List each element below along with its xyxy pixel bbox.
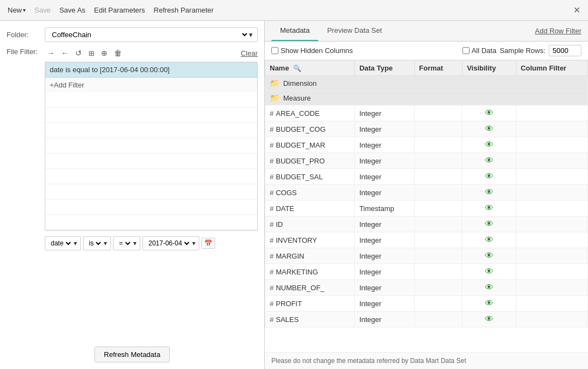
tab-metadata[interactable]: Metadata: [271, 21, 318, 41]
hash-icon: #: [270, 236, 274, 244]
table-row[interactable]: #NUMBER_OF_ Integer 👁: [265, 280, 588, 296]
table-row[interactable]: #MARGIN Integer 👁: [265, 248, 588, 264]
refresh-parameter-button[interactable]: Refresh Parameter: [151, 5, 217, 15]
eye-icon: 👁: [485, 235, 494, 244]
cell-datatype: Integer: [355, 248, 414, 264]
refresh-metadata-button[interactable]: Refresh Metadata: [94, 347, 169, 362]
add-row-filter-button[interactable]: Add Row Filter: [535, 27, 581, 35]
cell-name: #BUDGET_SAL: [265, 169, 355, 185]
cell-visibility: 👁: [462, 201, 516, 216]
field-dropdown[interactable]: date: [49, 239, 73, 248]
all-data-checkbox-label[interactable]: All Data: [462, 46, 497, 55]
left-panel: Folder: CoffeeChain ▾ File Filter: → ← ↺…: [0, 21, 265, 369]
eye-icon: 👁: [485, 108, 494, 118]
folder-select[interactable]: CoffeeChain ▾: [45, 27, 258, 42]
tab-preview[interactable]: Preview Data Set: [318, 21, 390, 41]
group-header-cell: 📁 Dimension: [265, 76, 588, 91]
cell-format: [414, 121, 462, 137]
table-row[interactable]: #COGS Integer 👁: [265, 185, 588, 201]
group-name: Measure: [283, 94, 311, 102]
metadata-table-container[interactable]: Name 🔍 Data Type Format Visibility Colum…: [265, 60, 588, 352]
show-hidden-checkbox[interactable]: [271, 47, 278, 54]
sample-rows-input[interactable]: [549, 45, 581, 56]
cell-datatype: Integer: [355, 216, 414, 232]
close-button[interactable]: ✕: [570, 4, 584, 16]
folder-label: Folder:: [7, 31, 45, 39]
refresh-button[interactable]: ↺: [73, 48, 84, 58]
copy-filter-button[interactable]: ⊕: [99, 48, 110, 58]
cell-datatype: Timestamp: [355, 201, 414, 216]
condition-dropdown[interactable]: =: [117, 239, 132, 248]
clear-button[interactable]: Clear: [241, 49, 258, 57]
empty-row: [45, 138, 257, 154]
show-hidden-checkbox-label[interactable]: Show Hidden Columns: [271, 46, 353, 55]
cell-name: #MARGIN: [265, 248, 355, 264]
group-header-row: 📁 Dimension: [265, 76, 588, 91]
search-icon[interactable]: 🔍: [293, 65, 301, 72]
cell-format: [414, 280, 462, 296]
table-row[interactable]: #BUDGET_PRO Integer 👁: [265, 153, 588, 169]
options-row: Show Hidden Columns All Data Sample Rows…: [265, 42, 588, 60]
table-row[interactable]: #BUDGET_MAR Integer 👁: [265, 137, 588, 153]
save-button[interactable]: Save: [31, 5, 54, 15]
value-dropdown[interactable]: 2017-06-04: [146, 239, 191, 248]
col-name: Name 🔍: [265, 61, 355, 76]
add-filter-icon-button[interactable]: ⊞: [86, 48, 97, 58]
empty-row: [45, 215, 257, 230]
field-chevron-icon: ▾: [74, 239, 77, 247]
cell-visibility: 👁: [462, 312, 516, 327]
empty-row: [45, 92, 257, 108]
footer-note: Please do not change the metadata referr…: [265, 352, 588, 369]
table-row[interactable]: #PROFIT Integer 👁: [265, 296, 588, 312]
cell-name: #BUDGET_COG: [265, 121, 355, 137]
table-row[interactable]: #SALES Integer 👁: [265, 312, 588, 327]
cell-datatype: Integer: [355, 106, 414, 121]
filter-controls: → ← ↺ ⊞ ⊕ 🗑 Clear date is equal to [2017…: [45, 48, 258, 250]
table-row[interactable]: #AREA_CODE Integer 👁: [265, 106, 588, 121]
cell-format: [414, 185, 462, 201]
cell-colfilter: [516, 232, 587, 248]
folder-dropdown[interactable]: CoffeeChain: [50, 30, 249, 39]
hash-icon: #: [270, 125, 274, 133]
file-filter-label: File Filter:: [7, 48, 45, 56]
cell-format: [414, 232, 462, 248]
empty-row: [45, 200, 257, 215]
cell-format: [414, 106, 462, 121]
filter-operator-select[interactable]: is ▾: [83, 236, 111, 250]
save-as-button[interactable]: Save As: [56, 5, 89, 15]
filter-value-select[interactable]: 2017-06-04 ▾: [142, 236, 199, 250]
cell-visibility: 👁: [462, 185, 516, 201]
eye-icon: 👁: [485, 283, 494, 292]
arrow-left-button[interactable]: ←: [59, 48, 71, 58]
empty-row: [45, 169, 257, 184]
table-row[interactable]: #BUDGET_SAL Integer 👁: [265, 169, 588, 185]
filter-toolbar: → ← ↺ ⊞ ⊕ 🗑 Clear: [45, 48, 258, 58]
cell-name: #ID: [265, 216, 355, 232]
cell-colfilter: [516, 121, 587, 137]
filter-condition-select[interactable]: = ▾: [113, 236, 140, 250]
table-row[interactable]: #MARKETING Integer 👁: [265, 264, 588, 280]
cell-colfilter: [516, 137, 587, 153]
edit-parameters-button[interactable]: Edit Parameters: [91, 5, 148, 15]
cell-colfilter: [516, 185, 587, 201]
eye-icon: 👁: [485, 140, 494, 149]
operator-dropdown[interactable]: is: [87, 239, 103, 248]
filter-item[interactable]: date is equal to [2017-06-04 00:00:00]: [45, 62, 257, 78]
delete-filter-button[interactable]: 🗑: [112, 48, 124, 58]
cell-colfilter: [516, 216, 587, 232]
all-data-checkbox[interactable]: [462, 47, 470, 54]
table-row[interactable]: #ID Integer 👁: [265, 216, 588, 232]
table-row[interactable]: #BUDGET_COG Integer 👁: [265, 121, 588, 137]
table-row[interactable]: #INVENTORY Integer 👁: [265, 232, 588, 248]
filter-field-select[interactable]: date ▾: [45, 236, 81, 250]
empty-row: [45, 154, 257, 169]
table-row[interactable]: #DATE Timestamp 👁: [265, 201, 588, 216]
arrow-right-button[interactable]: →: [45, 48, 57, 58]
eye-icon: 👁: [485, 314, 494, 324]
calendar-button[interactable]: 📅: [201, 238, 215, 249]
col-format: Format: [414, 61, 462, 76]
add-filter-button[interactable]: +Add Filter: [45, 78, 257, 92]
cell-visibility: 👁: [462, 296, 516, 312]
cell-datatype: Integer: [355, 296, 414, 312]
new-button[interactable]: New ▾: [4, 5, 29, 15]
